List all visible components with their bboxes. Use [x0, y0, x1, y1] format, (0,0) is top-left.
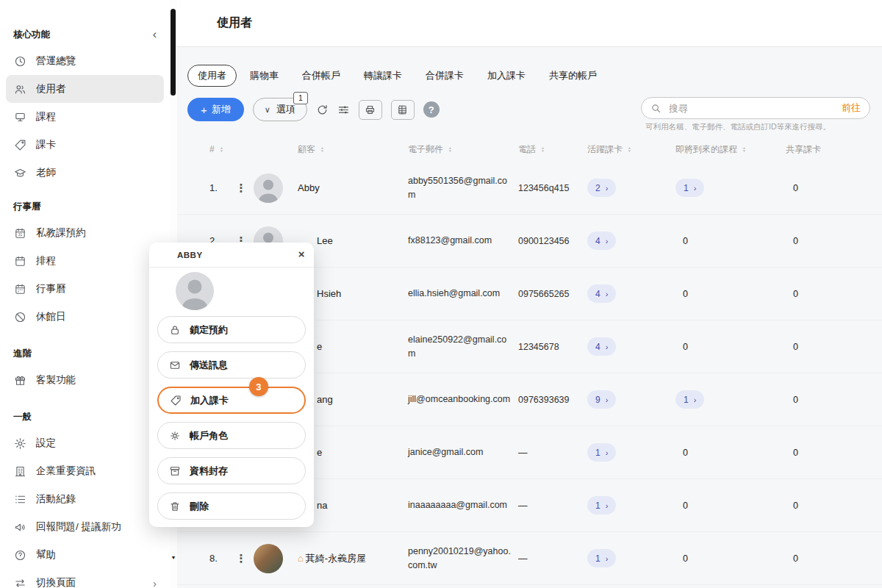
active-cards-pill[interactable]: 4›: [587, 232, 616, 250]
tab-add-cards[interactable]: 加入課卡: [477, 65, 536, 87]
shared-count: 0: [780, 236, 882, 246]
sidebar-item-activity-log[interactable]: 活動紀錄: [6, 485, 164, 513]
add-button[interactable]: + 新增: [187, 98, 244, 121]
customer-phone: 0900123456: [514, 236, 581, 246]
menu-item-send-message[interactable]: 傳送訊息: [157, 351, 306, 379]
column-header-phone[interactable]: 電話: [514, 143, 581, 156]
sidebar-item-closed-days[interactable]: 休館日: [6, 303, 164, 331]
options-count-badge: 1: [293, 92, 308, 104]
filter-button[interactable]: [337, 104, 350, 116]
plus-icon: +: [201, 104, 207, 115]
scrollbar-thumb[interactable]: [171, 9, 176, 96]
go-link[interactable]: 前往: [842, 101, 861, 115]
sidebar-item-switch-page[interactable]: 切換頁面 ›: [6, 569, 164, 588]
upcoming-count: 0: [670, 289, 780, 299]
row-kebab-menu-icon[interactable]: ⋮: [229, 552, 254, 565]
sidebar-item-label: 私教課預約: [36, 226, 86, 240]
column-header-upcoming[interactable]: 即將到來的課程: [670, 143, 780, 156]
list-icon: [13, 493, 27, 506]
active-cards-pill[interactable]: 9›: [587, 390, 616, 409]
course-icon: [13, 111, 27, 123]
column-header-shared[interactable]: 共享課卡: [780, 143, 882, 156]
chevron-right-icon: ›: [606, 501, 609, 510]
customer-phone: 12345678: [514, 342, 581, 352]
sidebar-item-overview[interactable]: 營運總覽: [6, 47, 164, 75]
active-cards-pill[interactable]: 1›: [587, 443, 616, 462]
customer-phone: —: [514, 553, 581, 564]
menu-item-add-card[interactable]: 加入課卡 3: [157, 387, 306, 414]
sidebar-item-company-info[interactable]: 企業重要資訊: [6, 457, 164, 485]
active-cards-pill[interactable]: 1›: [587, 549, 616, 567]
export-excel-button[interactable]: [391, 100, 415, 120]
section-title: 行事曆: [13, 201, 41, 213]
scroll-down-arrow-icon[interactable]: ▼: [170, 555, 177, 560]
active-cards-pill[interactable]: 4›: [587, 337, 616, 356]
avatar[interactable]: [254, 173, 283, 203]
column-header-customer[interactable]: 顧客: [293, 143, 404, 156]
toolbar: + 新增 ∨ 選項 1 ? 前往: [177, 87, 882, 132]
tab-transfer-cards[interactable]: 轉讓課卡: [354, 65, 412, 87]
sidebar-item-help[interactable]: 幫助: [6, 541, 164, 569]
active-cards-pill[interactable]: 1›: [587, 496, 616, 514]
close-icon[interactable]: ×: [298, 248, 305, 259]
refresh-button[interactable]: [316, 104, 329, 116]
menu-item-archive-data[interactable]: 資料封存: [157, 457, 306, 484]
sidebar-item-label: 切換頁面: [36, 576, 76, 588]
sidebar-item-users[interactable]: 使用者: [6, 75, 164, 103]
section-title: 核心功能: [13, 29, 50, 41]
column-header-active-cards[interactable]: 活躍課卡: [581, 143, 670, 156]
chevron-left-icon[interactable]: ‹: [153, 28, 157, 41]
sidebar-item-scheduling[interactable]: 排程: [6, 247, 164, 275]
upcoming-pill[interactable]: 1›: [675, 179, 704, 197]
row-kebab-menu-icon[interactable]: ⋮: [229, 182, 254, 195]
help-button[interactable]: ?: [423, 101, 440, 118]
tab-merge-accounts[interactable]: 合併帳戶: [292, 65, 351, 87]
upcoming-pill[interactable]: 1›: [675, 390, 704, 409]
column-header-email[interactable]: 電子郵件: [404, 143, 514, 156]
sidebar-item-settings[interactable]: 設定: [6, 429, 164, 457]
sidebar-item-feedback[interactable]: 回報問題/ 提議新功: [6, 513, 164, 541]
calendar-dots-icon: [13, 283, 27, 295]
sidebar-item-private-booking[interactable]: 31 私教課預約: [6, 219, 164, 247]
upcoming-count: 0: [670, 342, 780, 352]
tab-users[interactable]: 使用者: [187, 65, 237, 87]
active-cards-pill[interactable]: 2›: [587, 179, 616, 197]
chevron-right-icon: ›: [153, 577, 157, 588]
popup-menu: 鎖定預約 傳送訊息 加入課卡 3 帳戶角色 資料封存 刪除: [149, 313, 314, 520]
customer-email: abby5501356@gmail.com: [404, 174, 512, 202]
sidebar-item-custom-features[interactable]: 客製功能: [6, 366, 164, 394]
sidebar-item-cards[interactable]: 課卡: [6, 131, 164, 159]
menu-item-account-role[interactable]: 帳戶角色: [157, 422, 306, 449]
tab-merge-cards[interactable]: 合併課卡: [415, 65, 474, 87]
search-input[interactable]: [667, 102, 836, 115]
upcoming-count: 0: [670, 501, 780, 511]
table-row[interactable]: 8. ⋮ ⌂萁綺-永義房屋 penny20010219@yahoo.com.tw…: [177, 532, 882, 585]
avatar-photo[interactable]: [254, 544, 283, 573]
dashboard-icon: [13, 55, 27, 68]
menu-item-lock-booking[interactable]: 鎖定預約: [157, 316, 306, 343]
options-button[interactable]: ∨ 選項 1: [253, 98, 307, 121]
sidebar-item-label: 使用者: [36, 82, 66, 96]
sidebar-item-label: 行事曆: [36, 282, 66, 295]
building-icon: [13, 465, 27, 478]
menu-item-delete[interactable]: 刪除: [157, 492, 306, 520]
sidebar-item-teachers[interactable]: 老師: [6, 159, 164, 187]
table-header: # 顧客 電子郵件 電話 活躍課卡 即將到來的課程 共享課卡: [177, 137, 882, 162]
trash-icon: [169, 501, 181, 512]
search-box[interactable]: 前往: [641, 97, 870, 119]
column-header-number[interactable]: #: [199, 144, 229, 154]
shared-count: 0: [780, 501, 882, 511]
sidebar-item-courses[interactable]: 課程: [6, 103, 164, 131]
print-button[interactable]: [359, 100, 382, 120]
tab-cart[interactable]: 購物車: [240, 65, 289, 87]
upcoming-count: 0: [670, 553, 780, 564]
chevron-right-icon: ›: [606, 237, 609, 245]
tab-shared-accounts[interactable]: 共享的帳戶: [539, 65, 607, 87]
sidebar-item-label: 老師: [36, 166, 56, 179]
sidebar-item-calendar[interactable]: 行事曆: [6, 275, 164, 303]
sidebar-item-label: 企業重要資訊: [36, 465, 96, 478]
chevron-right-icon: ›: [606, 554, 609, 563]
table-row[interactable]: 1. ⋮ Abby abby5501356@gmail.com 123456q4…: [177, 162, 882, 215]
active-cards-pill[interactable]: 4›: [587, 284, 616, 303]
tab-bar: 使用者 購物車 合併帳戶 轉讓課卡 合併課卡 加入課卡 共享的帳戶: [177, 47, 882, 87]
